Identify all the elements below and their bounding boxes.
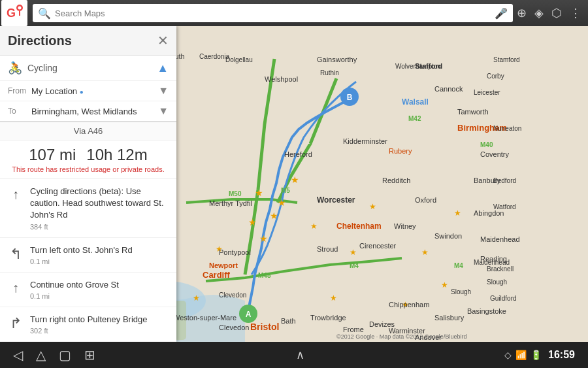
svg-text:Oxford: Oxford [415,196,436,204]
step-text-3: Turn right onto Pulteney Bridge [30,314,147,326]
svg-text:★: ★ [421,248,429,257]
distance: 107 mi [29,146,76,164]
svg-text:Nuneaton: Nuneaton [493,125,521,132]
svg-text:Cirencester: Cirencester [359,242,397,250]
step-sub-3: 302 ft [30,327,147,335]
step-icon-2: ↑ [8,280,24,295]
clock: 16:59 [548,349,575,361]
mode-row: 🚴 Cycling ▲ [0,56,176,81]
svg-text:★: ★ [441,280,448,290]
from-dropdown[interactable]: ▼ [158,85,169,97]
svg-text:Dolgellau: Dolgellau [225,56,253,63]
svg-text:G: G [7,7,16,20]
steps-container: ↑ Cycling directions (beta): Use caution… [0,179,176,342]
svg-text:Wolverhampton: Wolverhampton [395,63,441,70]
svg-text:Watford: Watford [493,203,516,210]
svg-text:Clevedon: Clevedon [219,324,249,331]
top-bar: G 🔍 🎤 ⊕ ◈ ⬡ ⋮ [0,0,588,26]
sidebar-title: Directions [8,33,72,48]
recents-button[interactable]: ▢ [59,347,71,363]
svg-text:Worcester: Worcester [317,195,355,205]
svg-text:Swindon: Swindon [434,232,462,240]
search-input[interactable] [55,8,495,18]
svg-text:©2012 Google · Map data ©2012 : ©2012 Google · Map data ©2012 Google/Blu… [336,333,466,340]
google-maps-logo: G [1,0,27,26]
svg-text:Frome: Frome [343,326,364,333]
more-icon[interactable]: ⋮ [570,6,581,20]
signal-icon: ◇ [504,350,512,360]
mic-icon[interactable]: 🎤 [495,7,508,20]
home-button[interactable]: △ [36,347,46,363]
directions-icon[interactable]: ⬡ [551,6,562,20]
svg-text:Slough: Slough [487,278,507,286]
to-value: Birmingham, West Midlands [31,107,153,116]
svg-text:Basingstoke: Basingstoke [467,307,506,315]
svg-text:Bath: Bath [281,317,296,325]
step-sub-2: 0.1 mi [30,292,119,300]
svg-text:Walsall: Walsall [402,97,429,107]
svg-text:Stamford: Stamford [493,56,520,63]
sidebar: Directions ✕ 🚴 Cycling ▲ From My Locatio… [0,26,176,342]
from-label: From [8,86,26,95]
svg-text:★: ★ [255,188,263,198]
layers-icon[interactable]: ◈ [534,6,544,20]
back-button[interactable]: ◁ [13,347,23,363]
svg-text:★: ★ [369,202,376,211]
svg-text:Clevedon: Clevedon [219,292,246,299]
svg-text:M42: M42 [408,115,421,122]
step-0: ↑ Cycling directions (beta): Use caution… [0,179,176,238]
close-button[interactable]: ✕ [157,33,169,48]
svg-text:Caerdonia: Caerdonia [199,53,230,60]
location-dot: ● [80,88,84,95]
step-sub-0: 384 ft [30,223,169,231]
up-arrow[interactable]: ∧ [296,348,304,362]
from-value: My Location ● [31,86,153,96]
svg-text:Rubery: Rubery [389,147,412,155]
svg-text:Leicester: Leicester [474,89,500,96]
svg-text:Bedford: Bedford [493,177,516,184]
via-row: Via A46 [0,122,176,141]
svg-text:Redditch: Redditch [382,176,410,184]
svg-text:Pontypool: Pontypool [219,248,251,256]
svg-text:Bracknell: Bracknell [487,265,514,273]
svg-text:Welshpool: Welshpool [265,75,298,83]
svg-text:★: ★ [270,210,278,221]
svg-text:M40: M40 [480,141,493,148]
step-icon-0: ↑ [8,187,24,202]
svg-text:Trowbridge: Trowbridge [310,314,346,322]
bottom-bar: ◁ △ ▢ ⊞ ∧ ◇ 📶 🔋 16:59 [0,342,588,368]
battery-icon: 🔋 [531,350,542,360]
search-icon: 🔍 [38,7,51,20]
svg-text:Slough: Slough [451,288,471,295]
step-1: ↰ Turn left onto St. John's Rd 0.1 mi [0,238,176,273]
navigate-arrow: ▲ [157,61,169,75]
sidebar-header: Directions ✕ [0,26,176,56]
svg-text:Cardiff: Cardiff [203,270,231,280]
distance-row: 107 mi 10h 12m This route has restricted… [0,141,176,179]
svg-text:M48: M48 [258,272,271,279]
from-field-row: From My Location ● ▼ [0,81,176,101]
location-icon[interactable]: ⊕ [517,6,527,20]
svg-text:Weston-super-Mare: Weston-super-Mare [173,314,237,322]
step-text-0: Cycling directions (beta): Use caution. … [30,186,169,222]
svg-text:★: ★ [330,293,337,303]
svg-text:Witney: Witney [394,222,416,230]
svg-text:Tamworth: Tamworth [457,108,489,116]
svg-text:Hereford: Hereford [284,150,312,158]
svg-text:Bristol: Bristol [250,322,279,332]
wifi-icon: 📶 [515,350,527,360]
svg-text:Cannock: Cannock [434,85,463,93]
screenshot-button[interactable]: ⊞ [84,347,95,363]
to-field-row: To Birmingham, West Midlands ▼ [0,101,176,122]
svg-text:B: B [347,93,353,102]
to-label: To [8,107,26,116]
svg-text:Coventry: Coventry [480,150,510,158]
to-dropdown[interactable]: ▼ [158,105,169,117]
search-bar[interactable]: 🔍 🎤 [33,4,513,22]
svg-text:Chippenham: Chippenham [389,301,429,309]
svg-text:★: ★ [454,209,461,218]
svg-text:Salisbury: Salisbury [434,314,465,322]
svg-text:Maidenhead: Maidenhead [474,259,510,266]
svg-text:M4: M4 [350,262,359,269]
svg-text:M5: M5 [281,187,290,194]
